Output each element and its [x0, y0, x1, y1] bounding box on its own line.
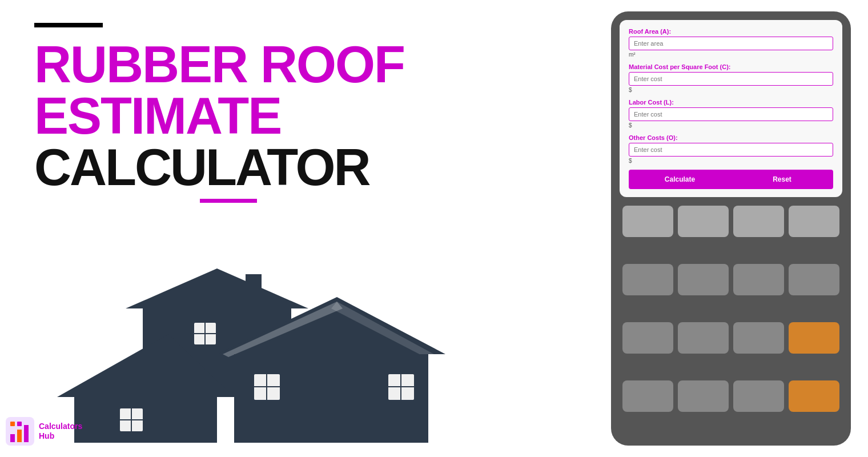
- top-bar-decoration: [34, 23, 103, 27]
- labor-cost-group: Labor Cost (L): $: [629, 99, 833, 129]
- key-9[interactable]: [622, 322, 673, 354]
- logo-name: Calculators: [39, 422, 82, 431]
- svg-rect-23: [17, 430, 22, 442]
- svg-rect-25: [10, 422, 15, 426]
- calculator-body: Roof Area (A): m² Material Cost per Squa…: [611, 11, 851, 446]
- svg-marker-0: [126, 268, 308, 308]
- labor-cost-input[interactable]: [629, 107, 833, 121]
- material-cost-label: Material Cost per Square Foot (C):: [629, 63, 833, 70]
- key-13[interactable]: [678, 380, 729, 412]
- title-line-2: ESTIMATE: [34, 90, 480, 142]
- key-7[interactable]: [733, 264, 784, 295]
- svg-rect-1: [246, 274, 262, 306]
- svg-rect-24: [24, 425, 29, 442]
- other-costs-unit: $: [629, 158, 833, 164]
- logo: Calculators Hub: [6, 417, 82, 446]
- logo-text: Calculators Hub: [39, 422, 82, 441]
- house-svg: [57, 263, 445, 446]
- other-costs-group: Other Costs (O): $: [629, 134, 833, 164]
- key-5[interactable]: [622, 264, 673, 295]
- title-line-3: CALCULATOR: [34, 142, 480, 193]
- svg-rect-26: [17, 422, 22, 426]
- material-cost-unit: $: [629, 87, 833, 93]
- key-12[interactable]: [622, 380, 673, 412]
- labor-cost-unit: $: [629, 122, 833, 129]
- key-orange-2[interactable]: [789, 380, 839, 412]
- roof-area-unit: m²: [629, 51, 833, 58]
- keypad: [620, 203, 842, 437]
- roof-area-input[interactable]: [629, 37, 833, 50]
- left-section: RUBBER ROOF ESTIMATE CALCULATOR: [0, 0, 514, 457]
- roof-area-group: Roof Area (A): m²: [629, 28, 833, 58]
- other-costs-input[interactable]: [629, 143, 833, 157]
- svg-rect-17: [74, 397, 217, 443]
- material-cost-group: Material Cost per Square Foot (C): $: [629, 63, 833, 93]
- key-2[interactable]: [678, 206, 729, 237]
- reset-button[interactable]: Reset: [731, 170, 833, 189]
- key-4[interactable]: [789, 206, 839, 237]
- house-illustration: [57, 263, 445, 446]
- key-1[interactable]: [622, 206, 673, 237]
- key-3[interactable]: [733, 206, 784, 237]
- logo-icon: [6, 417, 34, 446]
- purple-line-decoration: [200, 199, 257, 203]
- roof-area-label: Roof Area (A):: [629, 28, 833, 35]
- key-10[interactable]: [678, 322, 729, 354]
- calculator-screen: Roof Area (A): m² Material Cost per Squa…: [620, 20, 842, 197]
- calculate-button[interactable]: Calculate: [629, 170, 731, 189]
- key-orange-1[interactable]: [789, 322, 839, 354]
- labor-cost-label: Labor Cost (L):: [629, 99, 833, 106]
- material-cost-input[interactable]: [629, 72, 833, 86]
- title-block: RUBBER ROOF ESTIMATE CALCULATOR: [34, 39, 480, 193]
- other-costs-label: Other Costs (O):: [629, 134, 833, 141]
- calculator: Roof Area (A): m² Material Cost per Squa…: [611, 11, 851, 446]
- title-line-1: RUBBER ROOF: [34, 39, 480, 90]
- key-14[interactable]: [733, 380, 784, 412]
- key-11[interactable]: [733, 322, 784, 354]
- key-8[interactable]: [789, 264, 839, 295]
- button-row: Calculate Reset: [629, 170, 833, 189]
- svg-rect-22: [10, 434, 15, 442]
- logo-hub: Hub: [39, 431, 82, 441]
- key-6[interactable]: [678, 264, 729, 295]
